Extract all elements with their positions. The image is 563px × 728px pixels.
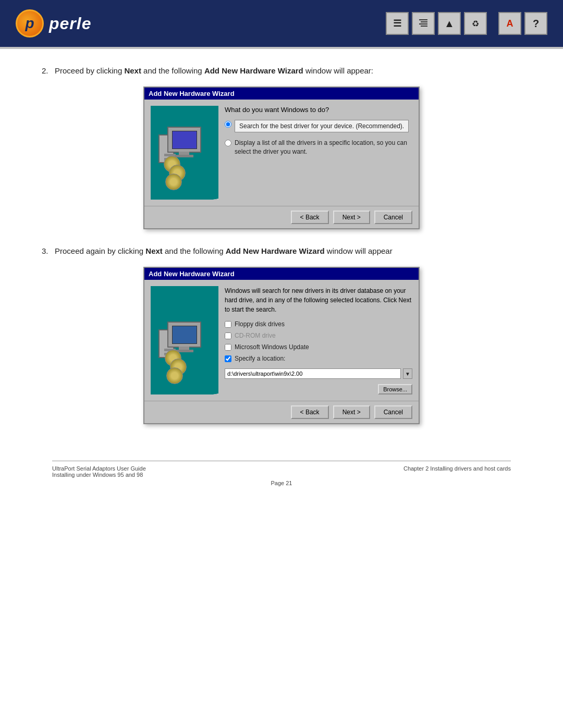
wizard2-titlebar: Add New Hardware Wizard: [144, 268, 419, 280]
logo-circle: p: [16, 9, 44, 38]
monitor: [167, 127, 201, 153]
logo: p perle: [16, 9, 91, 38]
list-lines-icon[interactable]: ☰: [386, 12, 409, 35]
disc-3: [165, 174, 182, 190]
footer-right: Chapter 2 Installing drivers and host ca…: [403, 465, 511, 478]
monitor-stand: [175, 155, 193, 157]
wizard2-footer: < Back Next > Cancel: [144, 401, 419, 423]
paper-1: [211, 198, 218, 200]
step3-before: Proceed again by clicking: [55, 246, 145, 255]
monitor2: [167, 322, 201, 348]
svg-rect-2: [419, 23, 427, 24]
wizard2-check2-label: CD-ROM drive: [235, 332, 276, 339]
wizard2-check4[interactable]: Specify a location:: [225, 355, 412, 362]
wizard2-check4-label: Specify a location:: [235, 355, 285, 362]
footer-left: UltraPort Serial Adaptors User Guide Ins…: [52, 465, 146, 478]
wizard2-checkbox2[interactable]: [225, 332, 231, 339]
step2-after: window will appear:: [303, 66, 373, 75]
footer-left-line1: UltraPort Serial Adaptors User Guide: [52, 465, 146, 472]
wizard2-checkbox3[interactable]: [225, 344, 231, 351]
indent-doc-icon[interactable]: [412, 12, 435, 35]
wizard2-dropdown-arrow[interactable]: ▼: [403, 368, 412, 379]
wizard1-title: Add New Hardware Wizard: [149, 90, 235, 97]
wizard1-next-button[interactable]: Next >: [333, 211, 370, 224]
wizard1-back-button[interactable]: < Back: [291, 211, 329, 224]
step2-before: Proceed by clicking: [55, 66, 124, 75]
recycle-icon[interactable]: ♻: [464, 12, 487, 35]
wizard2-check2[interactable]: CD-ROM drive: [225, 332, 412, 339]
svg-rect-0: [419, 19, 427, 20]
wizard2-check3[interactable]: Microsoft Windows Update: [225, 343, 412, 351]
header: p perle ☰ ▲ ♻ A ?: [0, 0, 563, 47]
main-content: 2. Proceed by clicking Next and the foll…: [0, 49, 563, 450]
step3-number: 3.: [42, 246, 53, 255]
wizard1-option2-label: Display a list of all the drivers in a s…: [235, 139, 412, 156]
wizard2-back-button[interactable]: < Back: [291, 405, 329, 419]
wizard2-cancel-button[interactable]: Cancel: [374, 405, 412, 419]
step2-bold2: Add New Hardware Wizard: [204, 66, 303, 75]
computer-illustration-1: [156, 121, 213, 200]
wizard2-check1-label: Floppy disk drives: [235, 320, 285, 328]
svg-rect-1: [421, 21, 427, 22]
step2-text: 2. Proceed by clicking Next and the foll…: [42, 65, 532, 77]
logo-text: perle: [49, 14, 91, 33]
wizard2-check1[interactable]: Floppy disk drives: [225, 320, 412, 328]
page-number: Page 21: [26, 480, 537, 486]
wizard-window-1: Add New Hardware Wizard: [143, 87, 420, 229]
logo-p-letter: p: [25, 15, 34, 32]
header-toolbar: ☰ ▲ ♻ A ?: [386, 12, 547, 35]
wizard2-check3-label: Microsoft Windows Update: [235, 343, 309, 351]
svg-rect-3: [421, 26, 427, 27]
page-footer: UltraPort Serial Adaptors User Guide Ins…: [52, 461, 511, 478]
step3-bold1: Next: [145, 246, 163, 255]
wizard1-question: What do you want Windows to do?: [225, 106, 412, 114]
help-question-icon[interactable]: ?: [524, 12, 547, 35]
wizard2-title: Add New Hardware Wizard: [149, 270, 235, 278]
wizard2-checkbox4[interactable]: [225, 355, 231, 362]
step3-bold2: Add New Hardware Wizard: [226, 246, 325, 255]
wizard1-body: What do you want Windows to do? Search f…: [144, 100, 419, 206]
wizard2-checkbox1[interactable]: [225, 321, 231, 328]
wizard2-image: [151, 286, 218, 394]
wizard1-option2[interactable]: Display a list of all the drivers in a s…: [225, 139, 412, 156]
step2-number: 2.: [42, 66, 53, 75]
step3-after: window will appear: [325, 246, 393, 255]
wizard2-location-row: ▼: [225, 368, 412, 379]
step3-text: 3. Proceed again by clicking Next and th…: [42, 245, 532, 257]
font-a-icon[interactable]: A: [498, 12, 521, 35]
wizard1-cancel-button[interactable]: Cancel: [374, 211, 412, 224]
cd-discs: [161, 164, 186, 190]
wizard1-radio2[interactable]: [225, 140, 231, 146]
step3-middle: and the following: [163, 246, 226, 255]
wizard1-image: [151, 106, 218, 200]
step2-bold1: Next: [124, 66, 141, 75]
paper2-1: [211, 392, 218, 394]
wizard2-next-button[interactable]: Next >: [333, 405, 370, 419]
wizard1-option1[interactable]: Search for the best driver for your devi…: [225, 120, 412, 132]
monitor-screen: [172, 131, 197, 149]
disc2-3: [166, 367, 183, 384]
wizard2-description: Windows will search for new drivers in i…: [225, 286, 412, 314]
wizard1-titlebar: Add New Hardware Wizard: [144, 88, 419, 100]
wizard1-right: What do you want Windows to do? Search f…: [225, 106, 412, 200]
wizard1-option1-label: Search for the best driver for your devi…: [239, 122, 404, 130]
wizard1-radio1[interactable]: [225, 121, 231, 128]
footer-left-line2: Installing under Windows 95 and 98: [52, 472, 146, 478]
wizard1-option1-box: Search for the best driver for your devi…: [235, 120, 409, 132]
wizard2-body: Windows will search for new drivers in i…: [144, 280, 419, 401]
monitor2-screen: [172, 326, 197, 344]
footer-area: UltraPort Serial Adaptors User Guide Ins…: [26, 461, 537, 486]
computer-illustration-2: [156, 316, 213, 394]
wizard2-location-input[interactable]: [225, 368, 401, 379]
wizard-window-2: Add New Hardware Wizard: [143, 267, 420, 424]
wizard1-footer: < Back Next > Cancel: [144, 206, 419, 228]
wizard2-right: Windows will search for new drivers in i…: [225, 286, 412, 394]
step2-middle: and the following: [141, 66, 204, 75]
triangle-up-icon[interactable]: ▲: [438, 12, 461, 35]
wizard2-browse-button[interactable]: Browse...: [378, 384, 412, 394]
